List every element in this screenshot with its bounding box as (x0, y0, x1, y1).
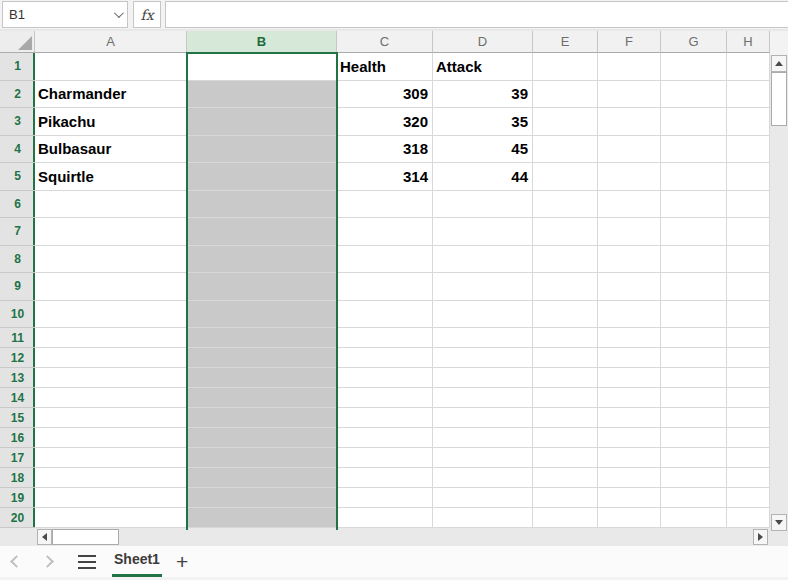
sheet-menu-icon[interactable] (78, 555, 96, 569)
cell-E4[interactable] (533, 136, 598, 164)
cell-D15[interactable] (433, 408, 533, 428)
select-all-corner[interactable] (0, 31, 35, 53)
cell-C3[interactable]: 320 (337, 108, 433, 136)
cell-A7[interactable] (35, 218, 187, 246)
cell-G13[interactable] (661, 368, 727, 388)
cell-B19[interactable] (187, 488, 337, 508)
cell-B5[interactable] (187, 163, 337, 191)
cell-B17[interactable] (187, 448, 337, 468)
cell-C4[interactable]: 318 (337, 136, 433, 164)
cell-A10[interactable] (35, 301, 187, 329)
horizontal-scrollbar[interactable] (0, 528, 788, 546)
row-header-10[interactable]: 10 (0, 301, 35, 329)
cell-G7[interactable] (661, 218, 727, 246)
row-header-7[interactable]: 7 (0, 218, 35, 246)
cell-C13[interactable] (337, 368, 433, 388)
cell-D20[interactable] (433, 508, 533, 528)
cell-F20[interactable] (598, 508, 661, 528)
cell-F1[interactable] (598, 53, 661, 81)
cell-B6[interactable] (187, 191, 337, 219)
cell-A8[interactable] (35, 246, 187, 274)
cell-G20[interactable] (661, 508, 727, 528)
cell-F15[interactable] (598, 408, 661, 428)
cell-G18[interactable] (661, 468, 727, 488)
cell-D14[interactable] (433, 388, 533, 408)
cell-D10[interactable] (433, 301, 533, 329)
cell-H3[interactable] (727, 108, 770, 136)
cell-D5[interactable]: 44 (433, 163, 533, 191)
cell-B12[interactable] (187, 348, 337, 368)
cell-A3[interactable]: Pikachu (35, 108, 187, 136)
cell-H12[interactable] (727, 348, 770, 368)
column-header-F[interactable]: F (598, 31, 661, 53)
column-header-B[interactable]: B (187, 31, 337, 53)
cell-G5[interactable] (661, 163, 727, 191)
row-header-8[interactable]: 8 (0, 246, 35, 274)
cell-E13[interactable] (533, 368, 598, 388)
cell-C5[interactable]: 314 (337, 163, 433, 191)
cell-B18[interactable] (187, 468, 337, 488)
cell-G16[interactable] (661, 428, 727, 448)
row-header-3[interactable]: 3 (0, 108, 35, 136)
cell-F12[interactable] (598, 348, 661, 368)
cell-F18[interactable] (598, 468, 661, 488)
cell-E3[interactable] (533, 108, 598, 136)
cell-C14[interactable] (337, 388, 433, 408)
cell-C10[interactable] (337, 301, 433, 329)
cell-H1[interactable] (727, 53, 770, 81)
row-header-4[interactable]: 4 (0, 136, 35, 164)
row-header-20[interactable]: 20 (0, 508, 35, 528)
cell-E20[interactable] (533, 508, 598, 528)
cell-E5[interactable] (533, 163, 598, 191)
cell-A15[interactable] (35, 408, 187, 428)
row-header-19[interactable]: 19 (0, 488, 35, 508)
scroll-left-button[interactable] (37, 529, 52, 545)
cell-E17[interactable] (533, 448, 598, 468)
row-header-13[interactable]: 13 (0, 368, 35, 388)
cell-G8[interactable] (661, 246, 727, 274)
cell-F13[interactable] (598, 368, 661, 388)
cell-C19[interactable] (337, 488, 433, 508)
cell-D11[interactable] (433, 328, 533, 348)
cell-H4[interactable] (727, 136, 770, 164)
name-box[interactable]: B1 (2, 1, 128, 28)
cell-E10[interactable] (533, 301, 598, 329)
cell-G6[interactable] (661, 191, 727, 219)
name-box-chevron-icon[interactable] (114, 8, 124, 18)
cell-A11[interactable] (35, 328, 187, 348)
row-header-2[interactable]: 2 (0, 81, 35, 109)
cell-C18[interactable] (337, 468, 433, 488)
cell-B9[interactable] (187, 273, 337, 301)
cell-F11[interactable] (598, 328, 661, 348)
cell-G11[interactable] (661, 328, 727, 348)
cell-H18[interactable] (727, 468, 770, 488)
cell-B3[interactable] (187, 108, 337, 136)
cell-B15[interactable] (187, 408, 337, 428)
cell-C9[interactable] (337, 273, 433, 301)
cell-D19[interactable] (433, 488, 533, 508)
cell-G3[interactable] (661, 108, 727, 136)
cell-B4[interactable] (187, 136, 337, 164)
cell-H6[interactable] (727, 191, 770, 219)
column-header-A[interactable]: A (35, 31, 187, 53)
cell-F4[interactable] (598, 136, 661, 164)
cell-C16[interactable] (337, 428, 433, 448)
cell-E2[interactable] (533, 81, 598, 109)
cell-G1[interactable] (661, 53, 727, 81)
cell-F17[interactable] (598, 448, 661, 468)
row-header-11[interactable]: 11 (0, 328, 35, 348)
cell-E16[interactable] (533, 428, 598, 448)
cell-E14[interactable] (533, 388, 598, 408)
cell-B11[interactable] (187, 328, 337, 348)
cell-C1[interactable]: Health (337, 53, 433, 81)
row-header-18[interactable]: 18 (0, 468, 35, 488)
cell-C12[interactable] (337, 348, 433, 368)
cell-H8[interactable] (727, 246, 770, 274)
cell-D9[interactable] (433, 273, 533, 301)
cell-G10[interactable] (661, 301, 727, 329)
cell-A9[interactable] (35, 273, 187, 301)
cell-D18[interactable] (433, 468, 533, 488)
cell-G15[interactable] (661, 408, 727, 428)
cell-E12[interactable] (533, 348, 598, 368)
cell-A18[interactable] (35, 468, 187, 488)
